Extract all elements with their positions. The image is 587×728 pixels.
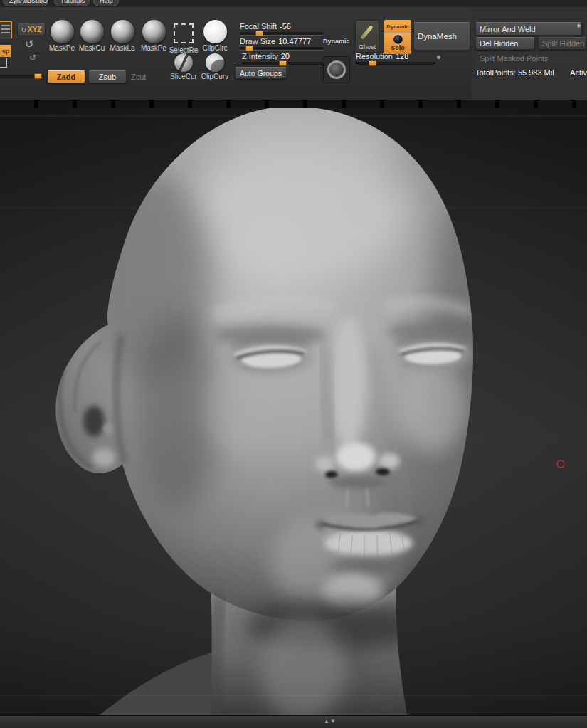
sphere-icon: [327, 60, 346, 79]
document-viewport[interactable]: [0, 100, 587, 715]
slider-handle[interactable]: [34, 73, 42, 79]
clip-curve-icon: [206, 53, 224, 72]
brush-maskcurve[interactable]: MaskCu: [76, 20, 107, 52]
active-points-partial: Activ: [570, 68, 587, 77]
brush-thumbnail-icon: [80, 20, 104, 43]
partial-box-button[interactable]: [0, 58, 7, 68]
zcut-button[interactable]: Zcut: [131, 73, 146, 81]
auto-groups-button[interactable]: Auto Groups: [235, 67, 287, 79]
brush-maskpen2[interactable]: MaskPe: [138, 20, 169, 52]
dynamic-toggle[interactable]: Dynamic: [384, 20, 411, 33]
del-hidden-button[interactable]: Del Hidden: [475, 37, 535, 50]
xyz-button[interactable]: ↻ XYZ: [17, 23, 46, 36]
brush-label: MaskLa: [107, 44, 138, 52]
brush-label: MaskPe: [46, 44, 78, 52]
brush-label: SliceCur: [168, 73, 199, 80]
dynamesh-button[interactable]: DynaMesh: [413, 22, 470, 51]
grid-icon: [1, 25, 10, 35]
slider-handle[interactable]: [369, 60, 376, 66]
slider-label: Z Intensity: [242, 52, 278, 60]
doc-button-partial[interactable]: [0, 21, 12, 38]
split-masked-points-button[interactable]: Split Masked Points: [475, 52, 582, 64]
draw-size-slider[interactable]: Draw Size10.47777: [240, 37, 324, 51]
left-mini-slider[interactable]: [0, 73, 44, 78]
rotate-icon: ↻: [21, 26, 27, 33]
slider-handle[interactable]: [255, 31, 263, 36]
z-intensity-slider[interactable]: Z Intensity20: [242, 52, 324, 65]
focal-shift-slider[interactable]: Focal Shift-56: [240, 22, 324, 36]
brush-label: MaskPe: [138, 44, 169, 52]
slider-label: Draw Size: [240, 37, 275, 46]
bottom-divider-bar[interactable]: ▲▼: [0, 715, 587, 728]
mirror-and-weld-button[interactable]: Mirror And Weld: [475, 22, 582, 36]
zadd-button[interactable]: Zadd: [47, 70, 85, 83]
brush-label: ClipCurv: [199, 73, 231, 80]
brush-thumbnail-icon: [51, 20, 74, 43]
dynamic-mode-label[interactable]: Dynamic: [323, 38, 350, 45]
ghost-button[interactable]: Ghost: [355, 20, 379, 53]
brush-label: MaskCu: [76, 44, 107, 52]
brush-maskpen[interactable]: MaskPe: [46, 20, 78, 52]
slider-label: Focal Shift: [240, 22, 277, 31]
brush-stroke-icon: [360, 25, 374, 40]
slider-value: -56: [280, 22, 291, 31]
slice-circle-icon: [174, 53, 193, 72]
brush-clipcurve[interactable]: ClipCurv: [199, 51, 231, 80]
zbrush-window: ZynAddSubO Tutorials Help sp ↻ XYZ ↺ ↺ M…: [0, 0, 587, 728]
slider-handle[interactable]: [245, 46, 253, 51]
white-circle-icon: [203, 20, 227, 43]
persp-button-partial[interactable]: sp: [0, 45, 11, 57]
ghost-label: Ghost: [356, 43, 379, 51]
slider-handle[interactable]: [279, 60, 287, 66]
brush-selectrect[interactable]: SelectRe: [168, 20, 199, 54]
xyz-label: XYZ: [28, 26, 41, 33]
brush-thumbnail-icon: [142, 20, 166, 43]
divider-arrows-icon[interactable]: ▲▼: [324, 718, 337, 724]
brush-thumbnail-icon: [111, 20, 134, 43]
dynamesh-sphere-preview[interactable]: [323, 56, 350, 83]
menu-item-help[interactable]: Help: [93, 0, 119, 6]
rotate-small-icon[interactable]: ↺: [29, 53, 36, 62]
slider-track[interactable]: [356, 62, 435, 65]
slider-track[interactable]: [240, 47, 324, 51]
brush-clipcircle[interactable]: ClipCirc: [199, 20, 231, 52]
canvas-top-divider[interactable]: [0, 100, 587, 108]
dashed-rect-icon: [174, 23, 194, 43]
rotate-ccw-icon[interactable]: ↺: [25, 38, 34, 49]
asterisk-icon[interactable]: ∗: [576, 22, 582, 29]
slider-value: 10.47777: [278, 37, 311, 46]
solo-button[interactable]: Solo: [384, 33, 411, 54]
split-hidden-button[interactable]: Split Hidden: [538, 37, 587, 50]
total-points-label: TotalPoints: 55.983 Mil: [475, 68, 554, 77]
solo-label: Solo: [391, 44, 405, 51]
slider-value: 20: [281, 52, 290, 60]
brush-slicecurve[interactable]: SliceCur: [168, 51, 199, 80]
slider-track[interactable]: [242, 62, 324, 65]
menu-bar: ZynAddSubO Tutorials Help: [0, 0, 587, 7]
brush-masklasso[interactable]: MaskLa: [107, 20, 138, 52]
zsub-button[interactable]: Zsub: [88, 70, 127, 83]
resolution-knob[interactable]: [436, 55, 441, 60]
slider-track[interactable]: [240, 32, 324, 36]
solo-dot-icon: [393, 35, 403, 44]
menu-item-2[interactable]: Tutorials: [54, 0, 90, 6]
menu-item-1[interactable]: ZynAddSubO: [3, 0, 48, 6]
slider-track[interactable]: [0, 75, 44, 78]
total-points-row: TotalPoints: 55.983 Mil Activ: [475, 68, 587, 77]
